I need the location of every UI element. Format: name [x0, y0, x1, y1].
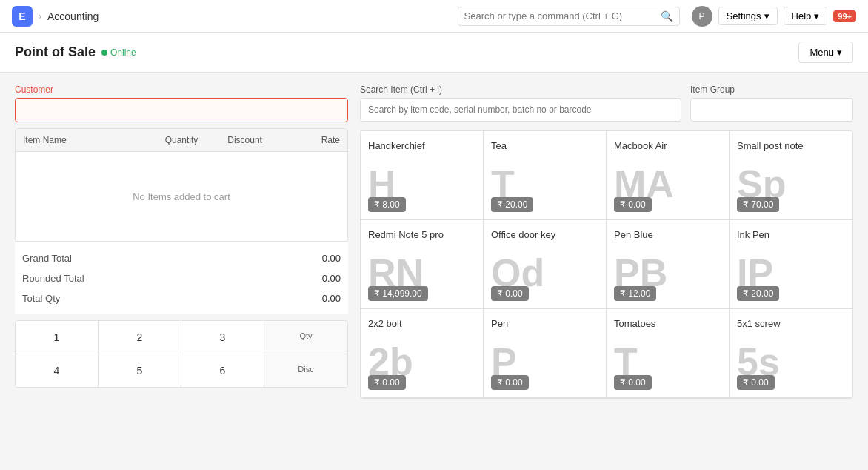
product-price: ₹ 0.00 — [614, 375, 652, 390]
product-card[interactable]: Ink Pen IP ₹ 20.00 — [730, 220, 852, 309]
product-card[interactable]: Tea T ₹ 20.00 — [484, 131, 607, 220]
product-card[interactable]: Tomatoes T ₹ 0.00 — [607, 309, 730, 398]
product-card[interactable]: Macbook Air MA ₹ 0.00 — [607, 131, 730, 220]
main-content: Customer Item Name Quantity Discount Rat… — [0, 73, 868, 411]
product-price: ₹ 8.00 — [368, 197, 406, 212]
total-qty-label: Total Qty — [22, 293, 60, 304]
settings-label: Settings — [727, 10, 761, 21]
item-group-label: Item Group — [690, 85, 853, 95]
search-item-section: Search Item (Ctrl + i) — [360, 85, 681, 122]
numpad-key-4[interactable]: 4 — [16, 354, 99, 388]
numpad-key-2[interactable]: 2 — [99, 321, 181, 354]
search-item-label: Search Item (Ctrl + i) — [360, 85, 681, 95]
search-item-input[interactable] — [360, 98, 681, 122]
header-quantity: Quantity — [150, 135, 213, 145]
cart-table: Item Name Quantity Discount Rate No Item… — [15, 128, 348, 242]
numpad-key-1[interactable]: 1 — [16, 321, 99, 354]
product-price: ₹ 70.00 — [737, 197, 779, 212]
total-qty-value: 0.00 — [322, 293, 341, 304]
breadcrumb-separator: › — [39, 11, 41, 21]
product-price: ₹ 0.00 — [737, 375, 775, 390]
grand-total-label: Grand Total — [22, 253, 72, 264]
product-name: Redmi Note 5 pro — [368, 229, 475, 240]
cart-empty-message: No Items added to cart — [16, 152, 347, 241]
search-input[interactable] — [464, 10, 661, 21]
product-card[interactable]: Office door key Od ₹ 0.00 — [484, 220, 607, 309]
settings-chevron-icon: ▾ — [764, 10, 769, 21]
customer-label: Customer — [15, 85, 348, 95]
header-discount: Discount — [213, 135, 277, 145]
customer-section: Customer — [15, 85, 348, 122]
product-card[interactable]: Small post note Sp ₹ 70.00 — [730, 131, 852, 220]
rounded-total-label: Rounded Total — [22, 273, 84, 284]
product-name: 5x1 screw — [737, 318, 845, 329]
product-price: ₹ 0.00 — [491, 286, 529, 301]
product-card[interactable]: Handkerchief H ₹ 8.00 — [361, 131, 484, 220]
page-title: Point of Sale — [15, 44, 96, 60]
product-price: ₹ 20.00 — [491, 197, 533, 212]
numpad-key-5[interactable]: 5 — [99, 354, 181, 388]
product-name: 2x2 bolt — [368, 318, 475, 329]
product-card[interactable]: Pen Blue PB ₹ 12.00 — [607, 220, 730, 309]
product-card[interactable]: Pen P ₹ 0.00 — [484, 309, 607, 398]
product-card[interactable]: 5x1 screw 5s ₹ 0.00 — [730, 309, 852, 398]
totals-section: Grand Total 0.00 Rounded Total 0.00 Tota… — [15, 242, 348, 314]
numpad-key-3[interactable]: 3 — [181, 321, 264, 354]
product-name: Office door key — [491, 229, 598, 240]
navbar-right: P Settings ▾ Help ▾ 99+ — [692, 6, 856, 27]
product-price: ₹ 0.00 — [368, 375, 406, 390]
product-name: Ink Pen — [737, 229, 845, 240]
page-title-area: Point of Sale Online — [15, 44, 136, 60]
global-search[interactable]: 🔍 — [458, 7, 680, 26]
product-name: Pen Blue — [614, 229, 721, 240]
settings-button[interactable]: Settings ▾ — [718, 7, 778, 25]
header-rate: Rate — [276, 135, 340, 145]
header-item-name: Item Name — [23, 135, 150, 145]
item-group-section: Item Group — [690, 85, 853, 122]
product-card[interactable]: Redmi Note 5 pro RN ₹ 14,999.00 — [361, 220, 484, 309]
navbar-section-title: Accounting — [47, 10, 99, 22]
grand-total-value: 0.00 — [322, 253, 341, 264]
rounded-total-value: 0.00 — [322, 273, 341, 284]
right-top: Search Item (Ctrl + i) Item Group — [360, 85, 853, 122]
app-icon: E — [12, 6, 33, 27]
numpad: 123Qty456Disc — [15, 320, 348, 388]
help-button[interactable]: Help ▾ — [784, 7, 828, 25]
right-panel: Search Item (Ctrl + i) Item Group Handke… — [360, 85, 853, 399]
product-price: ₹ 12.00 — [614, 286, 656, 301]
menu-label: Menu — [809, 47, 834, 58]
product-name: Tea — [491, 140, 598, 151]
total-qty-row: Total Qty 0.00 — [22, 288, 341, 308]
grand-total-row: Grand Total 0.00 — [22, 248, 341, 268]
product-name: Handkerchief — [368, 140, 475, 151]
product-name: Tomatoes — [614, 318, 721, 329]
menu-chevron-icon: ▾ — [837, 47, 842, 58]
product-name: Pen — [491, 318, 598, 329]
help-chevron-icon: ▾ — [814, 10, 819, 21]
product-grid: Handkerchief H ₹ 8.00 Tea T ₹ 20.00 Macb… — [360, 130, 853, 399]
product-name: Small post note — [737, 140, 845, 151]
product-price: ₹ 14,999.00 — [368, 286, 428, 301]
product-price: ₹ 0.00 — [614, 197, 652, 212]
rounded-total-row: Rounded Total 0.00 — [22, 268, 341, 288]
numpad-key-qty[interactable]: Qty — [264, 321, 347, 354]
menu-button[interactable]: Menu ▾ — [798, 42, 853, 63]
left-panel: Customer Item Name Quantity Discount Rat… — [15, 85, 348, 399]
avatar: P — [692, 6, 712, 27]
product-name: Macbook Air — [614, 140, 721, 151]
online-label: Online — [110, 47, 136, 58]
search-icon: 🔍 — [661, 10, 673, 22]
cart-header: Item Name Quantity Discount Rate — [16, 129, 347, 152]
product-card[interactable]: 2x2 bolt 2b ₹ 0.00 — [361, 309, 484, 398]
numpad-key-6[interactable]: 6 — [181, 354, 264, 388]
customer-input[interactable] — [15, 98, 348, 122]
item-group-input[interactable] — [690, 98, 853, 122]
numpad-key-disc[interactable]: Disc — [264, 354, 347, 388]
notification-badge[interactable]: 99+ — [833, 10, 856, 22]
online-dot-icon — [101, 50, 107, 56]
product-price: ₹ 20.00 — [737, 286, 779, 301]
online-status: Online — [101, 47, 136, 58]
sub-header: Point of Sale Online Menu ▾ — [0, 33, 868, 73]
product-price: ₹ 0.00 — [491, 375, 529, 390]
navbar: E › Accounting 🔍 P Settings ▾ Help ▾ 99+ — [0, 0, 868, 33]
